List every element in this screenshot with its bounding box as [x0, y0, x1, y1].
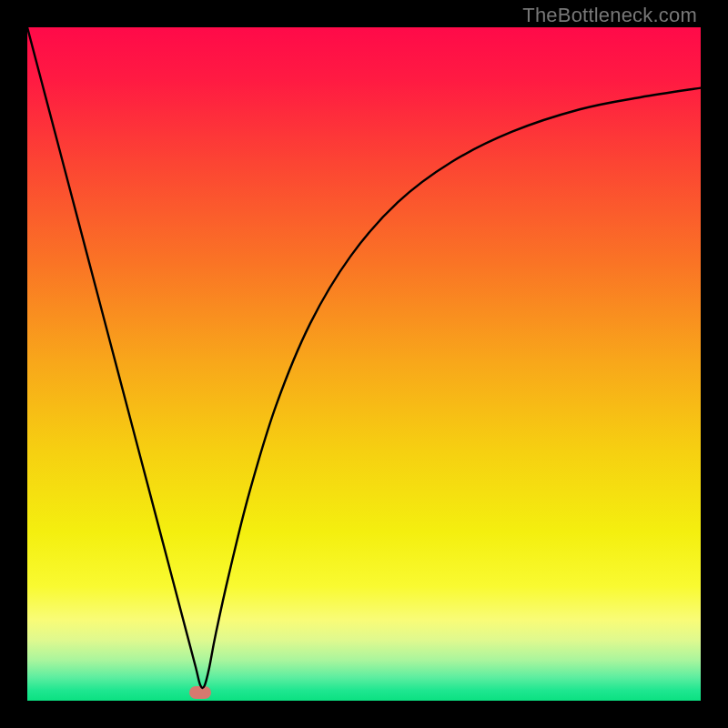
watermark-text: TheBottleneck.com [522, 4, 697, 27]
chart-frame: TheBottleneck.com [0, 0, 728, 728]
plot-area [27, 27, 701, 701]
bottleneck-curve-path [27, 27, 701, 688]
curve-layer [27, 27, 701, 701]
